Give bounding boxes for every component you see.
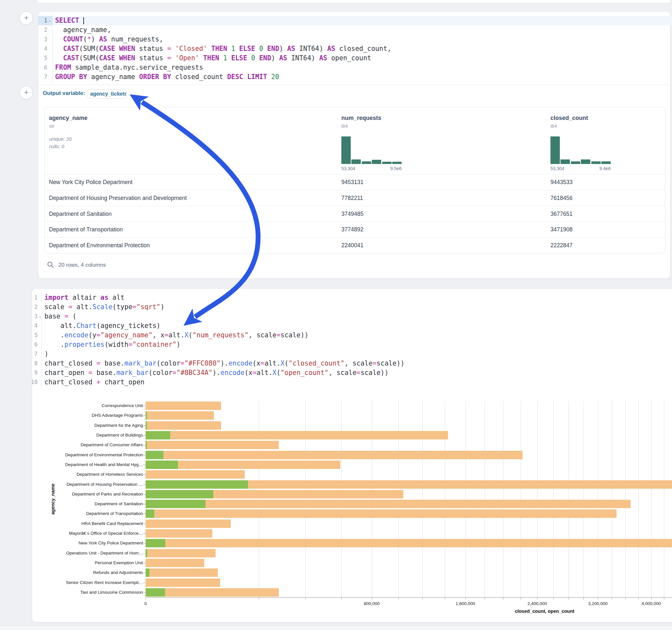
code-line[interactable]: chart_closed + chart_open	[44, 378, 145, 387]
y-axis-tick	[143, 475, 146, 475]
code-line[interactable]: FROM sample_data.nyc.service_requests	[55, 63, 203, 72]
x-axis-tick	[372, 598, 372, 600]
line-number[interactable]: 8	[28, 359, 38, 368]
line-number[interactable]: 3	[28, 312, 38, 321]
table-cell: 7782211	[341, 190, 363, 206]
line-fold-caret[interactable]: ⌄	[48, 16, 51, 25]
x-axis-tick-label: 2,400,000	[518, 601, 557, 606]
code-line[interactable]: .properties(width="container")	[44, 340, 181, 349]
x-axis-tick	[146, 598, 146, 600]
search-icon[interactable]	[47, 261, 54, 268]
line-number[interactable]: 6	[28, 340, 38, 349]
x-axis-tick	[399, 598, 399, 600]
table-cell: 9453131	[341, 174, 363, 190]
y-axis-tick	[143, 455, 146, 455]
y-axis-tick	[143, 435, 146, 436]
code-line[interactable]: )	[44, 349, 48, 359]
table-cell: Department of Sanitation	[49, 206, 112, 222]
python-gutter-divider	[41, 291, 42, 388]
line-number[interactable]: 9	[28, 368, 38, 378]
add-cell-button-top[interactable]: +	[20, 11, 33, 25]
code-line[interactable]: GROUP BY agency_name ORDER BY closed_cou…	[55, 72, 279, 82]
bar-closed-count	[146, 549, 216, 557]
grid-line	[341, 401, 342, 597]
y-axis-tick	[143, 484, 146, 485]
bar-closed-count	[146, 588, 279, 597]
column-type-agency-name: str	[49, 123, 54, 129]
output-variable-label: Output variable:	[43, 90, 85, 97]
code-line[interactable]: CAST(SUM(CASE WHEN status = 'Closed' THE…	[55, 44, 391, 53]
x-axis-tick	[445, 598, 445, 600]
code-line[interactable]: scale = alt.Scale(type="sqrt")	[44, 302, 164, 312]
line-number[interactable]: 7	[38, 72, 47, 82]
y-axis-label: Department of Environmental Protection	[57, 453, 143, 457]
line-number[interactable]: 5	[28, 331, 38, 340]
y-axis-label: Department of Transportation	[57, 511, 143, 516]
bar-closed-count	[146, 579, 220, 587]
line-number[interactable]: 5	[38, 53, 47, 63]
y-axis-tick	[143, 592, 146, 593]
x-axis-tick	[423, 598, 423, 600]
bar-closed-count	[146, 519, 231, 528]
line-number[interactable]: 2	[38, 25, 47, 35]
y-axis-title: agency_name	[50, 472, 55, 526]
line-number[interactable]: 4	[28, 321, 38, 331]
line-number[interactable]: 1	[28, 293, 38, 302]
code-line[interactable]: chart_open = base.mark_bar(color="#8BC34…	[44, 368, 389, 378]
y-axis-label: Mayorâ€ s Office of Special Enforce…	[57, 531, 143, 536]
grid-line	[569, 401, 569, 597]
x-axis-tick-label: 3,200,000	[578, 601, 617, 606]
previous-cell-fragment	[37, 0, 670, 3]
table-cell: Department of Transportation	[49, 222, 123, 238]
histogram-bar	[352, 160, 361, 164]
grid-line	[651, 401, 652, 597]
line-number[interactable]: 7	[28, 349, 38, 359]
x-axis-tick-label: 4,000,000	[632, 601, 671, 606]
grid-line	[553, 401, 554, 597]
code-line[interactable]: CAST(SUM(CASE WHEN status = 'Open' THEN …	[55, 53, 371, 63]
column-header-closed-count[interactable]: closed_count	[550, 115, 588, 122]
bar-open-count	[146, 461, 178, 469]
code-line[interactable]: COUNT(*) AS num_requests,	[55, 35, 163, 44]
column-header-num-requests[interactable]: num_requests	[341, 115, 381, 122]
line-number[interactable]: 2	[28, 302, 38, 312]
bar-open-count	[146, 441, 147, 449]
column-header-agency-name[interactable]: agency_name	[49, 115, 88, 122]
output-variable-pill[interactable]: agency_tickets	[87, 90, 126, 98]
table-cell: 3749485	[341, 206, 363, 222]
grid-line	[399, 401, 399, 597]
y-axis-label: Personal Exemption Unit	[57, 560, 143, 565]
bar-open-count	[146, 451, 163, 459]
y-axis-label: Senior Citizen Rent Increase Exempti…	[57, 580, 143, 585]
code-line[interactable]: .encode(y="agency_name", x=alt.X("num_re…	[44, 331, 309, 340]
code-line[interactable]: agency_name,	[55, 25, 111, 35]
bar-open-count	[146, 539, 165, 547]
code-line[interactable]: chart_closed = base.mark_bar(color="#FFC…	[44, 359, 405, 368]
table-cell: 2240041	[341, 238, 363, 253]
line-number[interactable]: 4	[38, 44, 47, 53]
line-number[interactable]: 3	[38, 35, 47, 44]
table-row: Department of Environmental Protection22…	[45, 237, 665, 253]
x-axis-tick	[664, 598, 664, 600]
code-line[interactable]: base = (	[44, 312, 76, 321]
code-line[interactable]: import altair as alt	[44, 293, 124, 302]
grid-line	[612, 401, 612, 597]
sql-cell-divider	[38, 84, 669, 85]
y-axis-tick	[143, 504, 146, 504]
histogram-bar	[550, 137, 560, 164]
line-number[interactable]: 1	[38, 16, 47, 25]
code-line[interactable]: SELECT	[55, 16, 84, 25]
grid-line	[583, 401, 584, 597]
add-cell-button-middle[interactable]: +	[20, 86, 33, 99]
x-axis-tick-label: 0	[126, 601, 165, 606]
x-axis-tick	[569, 598, 569, 600]
x-axis-tick	[651, 598, 652, 600]
x-axis-tick	[553, 598, 554, 600]
bar-closed-count	[146, 441, 279, 449]
y-axis-tick	[143, 415, 146, 416]
table-row: Department of Transportation377489234719…	[45, 221, 665, 238]
code-line[interactable]: alt.Chart(agency_tickets)	[44, 321, 161, 331]
column-stat-unique: unique: 20	[49, 136, 72, 142]
line-number[interactable]: 10	[28, 378, 38, 387]
line-number[interactable]: 6	[38, 63, 47, 72]
